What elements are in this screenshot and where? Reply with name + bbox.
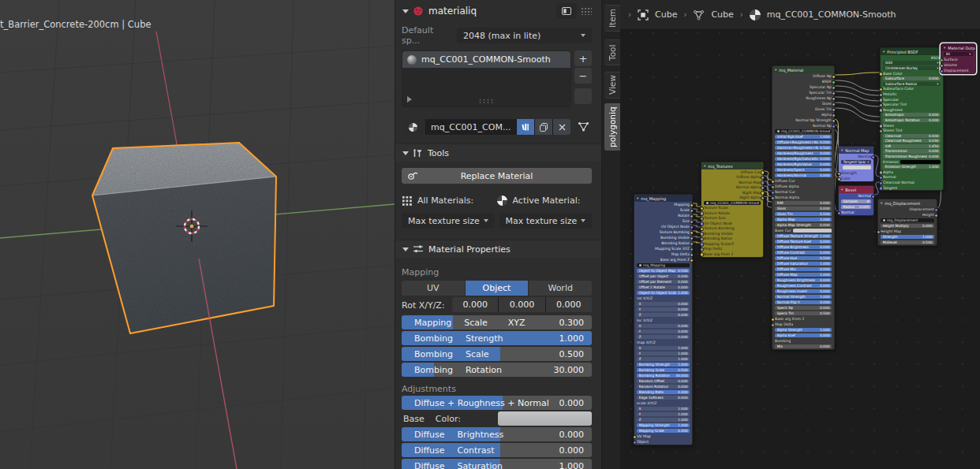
node-principled-bsdf[interactable]: ▾Principled BSDFBSDFGGX▾Christensen-Burl…: [880, 47, 944, 191]
new-material-button[interactable]: [535, 119, 553, 135]
rot-y-field[interactable]: 0.000: [499, 297, 545, 312]
field-speck-tm[interactable]: Speck Tm0.500: [775, 311, 832, 316]
slider-diffuse-hue[interactable]: Diffuse Hue0.500: [775, 256, 832, 261]
diffuse-brightness-slider[interactable]: Diffuse Brightness 0.000: [402, 427, 592, 441]
slider-diffuse-roughness-normal[interactable]: Diffuse+Roughness+Normal0.000: [775, 140, 832, 145]
slider-roughness-contrast[interactable]: Roughness Contrast0.000: [775, 284, 832, 288]
field-x[interactable]: X0.000: [637, 302, 690, 307]
selector-mq-cc001-common-smooth[interactable]: mq_CC001_COMMON-Smooth: [704, 201, 761, 205]
unlink-material-button[interactable]: [553, 119, 570, 135]
field-y[interactable]: Y0.000: [637, 307, 690, 312]
field-subsurface[interactable]: Subsurface0.000: [883, 76, 941, 80]
panel-grip-icon[interactable]: [581, 7, 592, 15]
field-y[interactable]: Y1.000: [637, 352, 690, 356]
materialiq-panel-header[interactable]: materialiq: [402, 3, 592, 19]
mapping-tab-object[interactable]: Object: [466, 281, 529, 296]
bombing-scale-slider[interactable]: Bombing Scale 0.500: [402, 347, 592, 361]
socket[interactable]: [879, 186, 883, 190]
list-filter-toggle-icon[interactable]: [407, 96, 412, 102]
slider-object-to-object-scale[interactable]: Object to Object Scale1.000: [637, 291, 690, 296]
sidebar-tab-polygoniq[interactable]: polygoniq: [604, 103, 621, 151]
field-z[interactable]: Z0.000: [637, 313, 690, 318]
field-transmission[interactable]: Transmission0.000: [883, 149, 941, 153]
bombing-strength-slider[interactable]: Bombing Strength 1.000: [402, 331, 592, 345]
remove-material-slot-button[interactable]: −: [574, 68, 592, 84]
slider-roughness-invert[interactable]: Roughness Invert0.000: [775, 289, 832, 294]
slider-alpha-strength[interactable]: Alpha Strength1.000: [775, 328, 832, 333]
field-radius[interactable]: Radius0.005: [841, 205, 871, 210]
slider-hardness-rgb-value[interactable]: Hardness/Rgb/Value0.000: [775, 162, 832, 167]
tools-section-header[interactable]: Tools: [395, 143, 601, 162]
slider-diffuse-mix[interactable]: Diffuse Mix0.000: [775, 267, 832, 272]
node-bevel[interactable]: ▾BevelNormalSamples8Radius0.005Normal: [838, 185, 874, 216]
field-z[interactable]: Z0.000: [637, 335, 690, 340]
active-material-max-texture-size-dropdown[interactable]: Max texture size: [499, 213, 593, 229]
select-all[interactable]: All▾: [944, 52, 973, 57]
slider-mapping-scale[interactable]: Mapping Scale0.300: [637, 429, 690, 434]
field-anisotropic[interactable]: Anisotropic0.000: [883, 113, 941, 117]
color-swatch[interactable]: [793, 229, 832, 233]
collapse-chevron-icon[interactable]: [402, 8, 408, 14]
slider-diffuse-texture-strength[interactable]: Diffuse Texture Strength1.000: [775, 234, 832, 239]
select-christensen-burley[interactable]: Christensen-Burley▾: [883, 66, 941, 70]
slider-gamma-roughness-normal[interactable]: Gamma+Roughness+Normal0.500: [775, 146, 832, 151]
bombing-rotation-slider[interactable]: Bombing Rotation 30.000: [402, 363, 592, 377]
default-sp-dropdown[interactable]: 2048 (max in lite): [457, 28, 592, 43]
fake-user-toggle-button[interactable]: [517, 119, 535, 135]
sidebar-tab-view[interactable]: View: [604, 72, 621, 99]
slider-initial-rgb-koef[interactable]: Initial Rgb Koef1.000: [775, 135, 832, 140]
field-mix[interactable]: Mix0.000: [775, 344, 832, 349]
field-gloss[interactable]: Gloss0.000: [775, 207, 832, 211]
field-emission-strength[interactable]: Emission Strength1.000: [883, 165, 941, 169]
sidebar-tab-item[interactable]: Item: [604, 5, 621, 32]
field-x[interactable]: X1.000: [637, 407, 690, 411]
slider-normal-strength[interactable]: Normal Strength1.000: [775, 295, 832, 300]
field-x[interactable]: X0.000: [637, 324, 690, 329]
socket[interactable]: [837, 177, 841, 181]
node-material-output[interactable]: ▾Material OutputAll▾SurfaceVolumeDisplac…: [941, 43, 976, 74]
field-offset-par-object[interactable]: Offset par Object0.000: [637, 274, 690, 279]
slider-diffuse-texture-koef[interactable]: Diffuse Texture Koef0.000: [775, 240, 832, 244]
sidebar-tab-tool[interactable]: Tool: [604, 39, 621, 65]
select-ggx[interactable]: GGX▾: [883, 61, 941, 65]
socket[interactable]: [700, 252, 704, 256]
slider-diffuse-brightness[interactable]: Diffuse Brightness0.000: [775, 245, 832, 250]
field-edge-softness[interactable]: Edge Softness0.000: [637, 396, 690, 400]
field-y[interactable]: Y1.000: [637, 412, 690, 417]
field-anisotropic-rotation[interactable]: Anisotropic Rotation0.000: [883, 118, 941, 122]
node-mq-textures[interactable]: ▾mq_TexturesDiffuse CurDiffuse AlphaNorm…: [701, 162, 764, 258]
field-transmission-roughness[interactable]: Transmission Roughness0.000: [883, 154, 941, 158]
node-mq-displacement[interactable]: ▾mq_DisplacementDisplacementHeightmq_Dis…: [877, 199, 937, 246]
slider-strength[interactable]: Strength1.000: [881, 235, 934, 240]
node-mq-mapping[interactable]: ▾mq_MappingMappingScaleRotateSizeUV Obje…: [634, 194, 693, 445]
material-properties-section-header[interactable]: Material Properties: [395, 240, 601, 258]
diffuse-saturation-slider[interactable]: Diffuse Saturation 1.000: [402, 459, 592, 469]
field-alpha-map-strength[interactable]: Alpha Map Strength0.000: [775, 223, 832, 228]
field-random-offset[interactable]: Random Offset0.000: [637, 379, 690, 384]
slider-blending-ratio[interactable]: Blending Ratio0.300: [637, 390, 690, 395]
3d-viewport[interactable]: t_Barrier_Concrete-200cm | Cube: [0, 0, 395, 469]
field-speck-np[interactable]: Speck Np0.000: [775, 306, 832, 311]
add-material-slot-button[interactable]: +: [574, 50, 592, 66]
display-options-button[interactable]: [556, 3, 577, 19]
select-tangent-space[interactable]: Tangent Space▾: [841, 160, 871, 165]
all-materials-max-texture-size-dropdown[interactable]: Max texture size: [402, 213, 495, 229]
rot-x-field[interactable]: 0.000: [452, 297, 499, 312]
slider-mapping-strength[interactable]: Mapping Strength1.000: [637, 423, 690, 428]
socket[interactable]: [940, 69, 944, 73]
slider-gloss-tm[interactable]: Gloss Tm0.500: [775, 212, 832, 217]
field-midlevel[interactable]: Midlevel0.500: [881, 240, 934, 245]
field-clearcoat-roughness[interactable]: Clearcoat Roughness0.030: [883, 139, 941, 143]
socket[interactable]: [837, 211, 841, 215]
slider-hardness-speck[interactable]: Hardness/Speck0.000: [775, 168, 832, 173]
diffuse-roughness-normal-slider[interactable]: Diffuse + Roughness + Normal 0.000: [402, 396, 592, 410]
field-clearcoat[interactable]: Clearcoat0.000: [883, 134, 941, 138]
field-x[interactable]: X1.000: [637, 346, 690, 351]
color-swatch[interactable]: [843, 166, 871, 169]
rot-z-field[interactable]: 0.000: [546, 297, 592, 312]
shader-node-editor[interactable]: › Cube › Cube › mq_CC001_COMMON-Smooth ▾…: [620, 0, 980, 469]
selector-mq-displacement[interactable]: mq_Displacement: [881, 218, 934, 223]
select-subsurface-radius[interactable]: Subsurface Radius▾: [883, 82, 941, 86]
slider-hardness-normal[interactable]: Hardness/Normal0.000: [775, 173, 832, 178]
slider-hardness-rgb-saturation[interactable]: Hardness/Rgb/Saturation0.000: [775, 157, 832, 162]
